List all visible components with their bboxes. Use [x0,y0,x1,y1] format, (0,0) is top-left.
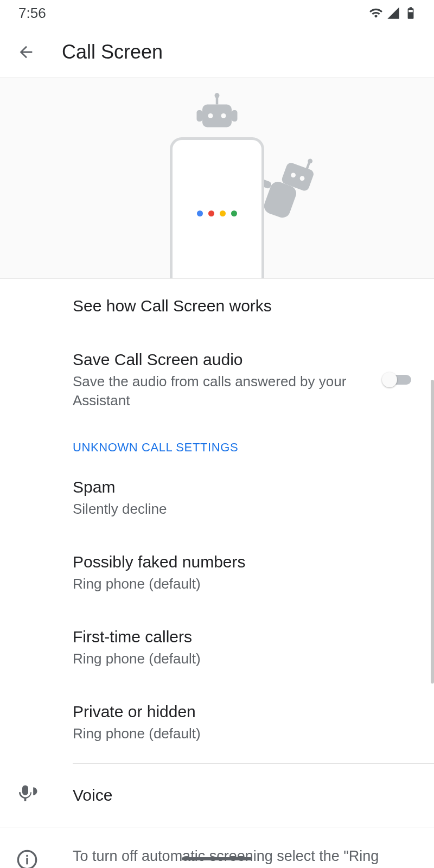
arrow-left-icon [17,43,35,61]
save-audio-title: Save Call Screen audio [73,349,380,370]
battery-icon [404,6,418,20]
setting-value: Ring phone (default) [73,724,419,743]
svg-rect-3 [202,105,232,127]
first-time-callers-item[interactable]: First-time callers Ring phone (default) [0,610,434,685]
svg-rect-2 [216,97,219,105]
how-it-works-item[interactable]: See how Call Screen works [0,279,434,333]
setting-title: Spam [73,476,419,497]
setting-title: Possibly faked numbers [73,551,419,572]
setting-title: First-time callers [73,626,419,647]
hero-illustration [0,78,434,279]
private-hidden-item[interactable]: Private or hidden Ring phone (default) [0,685,434,760]
svg-rect-6 [197,110,203,122]
svg-rect-16 [26,858,28,864]
voice-icon [16,782,40,808]
status-icons [369,6,418,20]
robot-top-icon [193,92,241,141]
back-button[interactable] [13,39,39,65]
status-time: 7:56 [18,5,46,22]
save-audio-toggle[interactable] [382,372,412,388]
setting-title: Private or hidden [73,701,419,722]
assistant-dots-icon [197,210,237,216]
save-audio-subtitle: Save the audio from calls answered by yo… [73,372,380,410]
spam-item[interactable]: Spam Silently decline [0,460,434,535]
cell-signal-icon [386,6,400,20]
page-title: Call Screen [62,41,163,63]
voice-title: Voice [73,786,112,805]
status-bar: 7:56 [0,0,434,26]
settings-list: See how Call Screen works Save Call Scre… [0,279,434,868]
phone-illustration [170,137,264,278]
svg-point-4 [208,113,213,118]
wifi-icon [369,6,383,20]
setting-value: Ring phone (default) [73,649,419,668]
unknown-section-label: UNKNOWN CALL SETTINGS [0,426,434,460]
footer-note: To turn off automatic screening select t… [0,827,434,868]
setting-value: Ring phone (default) [73,575,419,593]
svg-rect-7 [232,110,238,122]
faked-numbers-item[interactable]: Possibly faked numbers Ring phone (defau… [0,535,434,610]
nav-home-handle[interactable] [182,857,252,860]
voice-item[interactable]: Voice [0,764,434,827]
svg-rect-0 [409,10,413,12]
svg-rect-17 [26,854,28,856]
app-bar: Call Screen [0,26,434,78]
info-icon [16,849,40,868]
scrollbar[interactable] [431,380,434,684]
setting-value: Silently decline [73,500,419,519]
how-it-works-title: See how Call Screen works [73,295,419,316]
svg-point-5 [221,113,226,118]
save-audio-item[interactable]: Save Call Screen audio Save the audio fr… [0,333,434,426]
